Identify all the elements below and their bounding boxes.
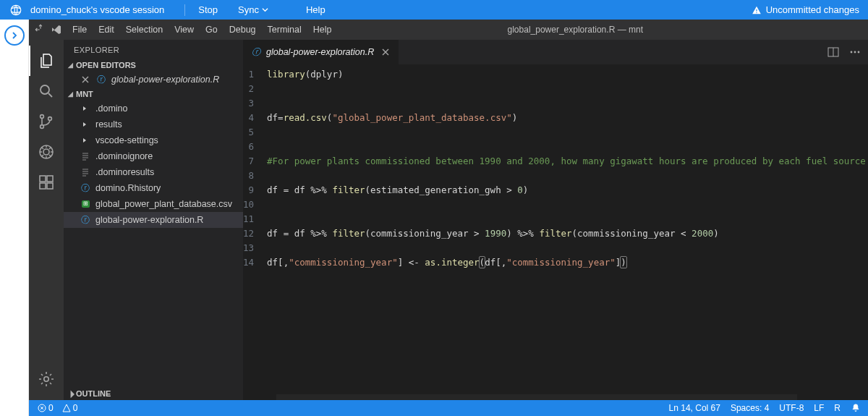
- tree-folder[interactable]: results: [64, 116, 243, 132]
- outline-header[interactable]: ◢ OUTLINE: [64, 387, 243, 400]
- activity-settings[interactable]: [29, 364, 64, 394]
- activity-source-control[interactable]: [29, 106, 64, 137]
- menu-file[interactable]: File: [67, 25, 93, 35]
- tree-file[interactable]: .dominoresults: [64, 164, 243, 180]
- domino-expand-button[interactable]: [4, 25, 25, 46]
- svg-point-8: [43, 149, 49, 155]
- tree-item-label: results: [95, 119, 122, 130]
- chevron-down-icon: [262, 7, 268, 13]
- error-icon: [38, 404, 46, 412]
- activity-extensions[interactable]: [29, 167, 64, 198]
- code-line[interactable]: library(dplyr): [267, 67, 868, 82]
- code-line[interactable]: [267, 169, 868, 183]
- explorer-title: EXPLORER: [64, 40, 243, 59]
- code-line[interactable]: [267, 82, 868, 96]
- vscode-menu-bar: File Edit Selection View Go Debug Termin…: [29, 20, 868, 40]
- status-lncol[interactable]: Ln 14, Col 67: [669, 403, 720, 413]
- tree-folder[interactable]: vscode-settings: [64, 132, 243, 148]
- tree-file[interactable]: ⊞global_power_plant_database.csv: [64, 196, 243, 212]
- activity-bar: [29, 40, 64, 400]
- split-editor-icon[interactable]: [827, 46, 839, 58]
- open-editor-item[interactable]: ⓡ global-power-exploration.R: [64, 72, 243, 88]
- domino-top-bar: domino_chuck's vscode session Stop Sync …: [0, 0, 868, 20]
- code-line[interactable]: [267, 125, 868, 140]
- status-bar: 0 0 Ln 14, Col 67 Spaces: 4 UTF-8 LF R: [29, 400, 868, 416]
- menu-selection[interactable]: Selection: [120, 25, 169, 35]
- status-eol[interactable]: LF: [814, 403, 824, 413]
- menu-edit[interactable]: Edit: [93, 25, 120, 35]
- code-line[interactable]: #For power plants commissioned between 1…: [267, 154, 868, 169]
- divider: [184, 4, 185, 16]
- activity-search[interactable]: [29, 76, 64, 106]
- csv-icon: ⊞: [80, 200, 91, 208]
- uncommitted-warning[interactable]: Uncommitted changes: [752, 4, 859, 15]
- window-title: global_power_exploration.R — mnt: [338, 25, 813, 35]
- svg-point-4: [41, 115, 44, 119]
- close-icon[interactable]: [380, 48, 391, 56]
- code-line[interactable]: [267, 212, 868, 226]
- chevron-down-icon: ◢: [68, 61, 73, 69]
- folder-icon: [80, 105, 91, 112]
- code-line[interactable]: df=read.csv("global_power_plant_database…: [267, 111, 868, 125]
- svg-rect-2: [756, 12, 757, 12]
- close-icon[interactable]: [80, 75, 91, 84]
- tree-item-label: vscode-settings: [95, 135, 158, 145]
- chevron-down-icon: ◢: [68, 90, 73, 98]
- code-line[interactable]: [267, 198, 868, 212]
- horizontal-scrollbar[interactable]: [276, 394, 797, 400]
- menu-view[interactable]: View: [169, 25, 200, 35]
- activity-explorer[interactable]: [29, 46, 64, 76]
- tab-label: global-power-exploration.R: [266, 47, 374, 57]
- menu-terminal[interactable]: Terminal: [262, 25, 307, 35]
- code-content[interactable]: library(dplyr) df=read.csv("global_power…: [261, 64, 868, 400]
- uncommitted-warning-label: Uncommitted changes: [766, 4, 859, 15]
- tree-item-label: .domino: [95, 103, 127, 114]
- rhistory-icon: ⓡ: [80, 182, 91, 195]
- code-line[interactable]: [267, 140, 868, 154]
- tree-file[interactable]: ⓡglobal-power-exploration.R: [64, 212, 243, 228]
- status-encoding[interactable]: UTF-8: [779, 403, 804, 413]
- open-editors-header[interactable]: ◢ OPEN EDITORS: [64, 59, 243, 72]
- code-line[interactable]: df = df %>% filter(estimated_generation_…: [267, 183, 868, 198]
- domino-logo-icon: [9, 3, 23, 17]
- svg-rect-11: [47, 183, 53, 189]
- svg-rect-12: [47, 176, 53, 182]
- sync-dropdown[interactable]: Sync: [228, 4, 278, 15]
- file-icon: [80, 152, 91, 161]
- status-spaces[interactable]: Spaces: 4: [731, 403, 769, 413]
- menu-go[interactable]: Go: [200, 25, 224, 35]
- tree-folder[interactable]: .domino: [64, 101, 243, 116]
- remote-icon[interactable]: [35, 24, 46, 35]
- r-file-icon: ⓡ: [252, 46, 260, 59]
- status-lang[interactable]: R: [834, 403, 841, 413]
- svg-rect-10: [40, 183, 46, 189]
- code-line[interactable]: [267, 96, 868, 111]
- tree-file[interactable]: ⓡdomino.Rhistory: [64, 180, 243, 196]
- status-feedback[interactable]: [851, 403, 861, 413]
- status-warnings[interactable]: 0: [59, 403, 81, 413]
- folder-icon: [80, 137, 91, 144]
- tree-item-label: .dominoignore: [95, 151, 153, 161]
- gear-icon: [38, 370, 55, 388]
- tabs-bar: ⓡ global-power-exploration.R: [243, 40, 868, 64]
- tree-file[interactable]: .dominoignore: [64, 148, 243, 164]
- activity-debug[interactable]: [29, 137, 64, 167]
- code-line[interactable]: [267, 241, 868, 255]
- bell-icon: [851, 403, 861, 413]
- more-icon[interactable]: [849, 46, 861, 58]
- help-link[interactable]: Help: [296, 4, 336, 15]
- tree-item-label: domino.Rhistory: [95, 183, 161, 193]
- code-line[interactable]: df[,"commissioning_year"] <- as.integer(…: [267, 255, 868, 270]
- code-line[interactable]: df = df %>% filter(commissioning_year > …: [267, 226, 868, 241]
- status-errors[interactable]: 0: [35, 403, 56, 413]
- open-editor-file-label: global-power-exploration.R: [111, 75, 219, 85]
- stop-link[interactable]: Stop: [188, 4, 228, 15]
- chevron-right-icon: [11, 32, 18, 39]
- folder-header[interactable]: ◢ MNT: [64, 88, 243, 101]
- tree-item-label: global-power-exploration.R: [95, 215, 203, 225]
- menu-debug[interactable]: Debug: [224, 25, 262, 35]
- files-icon: [38, 52, 55, 69]
- tab-active[interactable]: ⓡ global-power-exploration.R: [243, 40, 399, 64]
- folder-icon: [80, 121, 91, 128]
- menu-help[interactable]: Help: [307, 25, 338, 35]
